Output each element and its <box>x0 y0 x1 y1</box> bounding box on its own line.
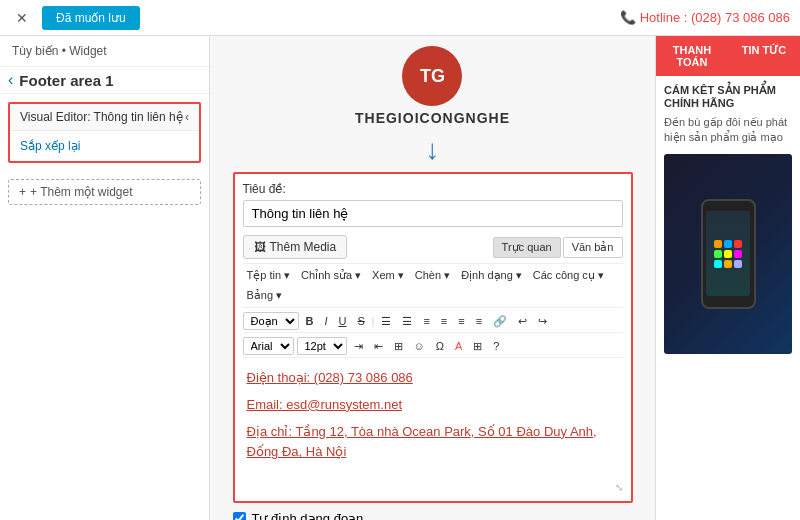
toolbar-font: Arial 12pt ⇥ ⇤ ⊞ ☺ Ω A ⊞ ? <box>243 335 623 358</box>
app-dot <box>734 250 742 258</box>
right-content: CÁM KÊT SẢN PHẨM CHÍNH HÃNG Đền bù gấp đ… <box>656 76 800 362</box>
sidebar-title: Footer area 1 <box>19 72 113 89</box>
bold-button[interactable]: B <box>302 313 318 329</box>
chevron-icon: ‹ <box>185 110 189 124</box>
hotline-area: 📞 Hotline : (028) 73 086 086 <box>620 10 790 25</box>
list-ordered-button[interactable]: ☰ <box>398 313 416 330</box>
align-right-button[interactable]: ≡ <box>454 313 468 329</box>
italic-button[interactable]: I <box>320 313 331 329</box>
visual-view-button[interactable]: Trực quan <box>493 237 561 258</box>
align-left-button[interactable]: ≡ <box>419 313 433 329</box>
below-editor: Tự định dạng đoạn Xóa bỏ | Hoàn thành <box>233 511 633 520</box>
right-panel: THANH TOÁN TIN TỨC CÁM KÊT SẢN PHẨM CHÍN… <box>655 36 800 520</box>
center-panel: TG THEGIOICONGNGHE ↓ Tiêu đề: 🖼 Thêm Med… <box>210 36 655 520</box>
app-dot <box>724 240 732 248</box>
autodraft-label: Tự định dạng đoạn <box>252 511 364 520</box>
redo-button[interactable]: ↪ <box>534 313 551 330</box>
title-input[interactable] <box>243 200 623 227</box>
emoji-button[interactable]: ☺ <box>410 338 429 354</box>
logo-circle: TG <box>402 46 462 106</box>
breadcrumb: Tùy biến • Widget <box>0 36 209 67</box>
widget-label: Visual Editor: Thông tin liên hệ <box>20 110 183 124</box>
list-unordered-button[interactable]: ☰ <box>377 313 395 330</box>
insert-menu[interactable]: Chèn ▾ <box>411 267 454 284</box>
right-nav: THANH TOÁN TIN TỨC <box>656 36 800 76</box>
media-icon: 🖼 <box>254 240 266 254</box>
phone-shape <box>701 199 756 309</box>
editor-content[interactable]: Điện thoại: (028) 73 086 086 Email: esd@… <box>243 360 623 480</box>
add-widget-button[interactable]: + + Thêm một widget <box>8 179 201 205</box>
strikethrough-button[interactable]: S <box>353 313 368 329</box>
add-media-label: Thêm Media <box>270 240 337 254</box>
sidebar: Tùy biến • Widget ‹ Footer area 1 Visual… <box>0 36 210 520</box>
app-dot <box>734 260 742 268</box>
title-label: Tiêu đề: <box>243 182 623 196</box>
reorder-link[interactable]: Sắp xếp lại <box>20 139 80 153</box>
save-button[interactable]: Đã muốn lưu <box>42 6 140 30</box>
phone-icon: 📞 <box>620 10 636 25</box>
product-desc: Đền bù gấp đôi nếu phát hiện sản phẩm gi… <box>664 115 792 146</box>
paragraph-select[interactable]: Đoạn <box>243 312 299 330</box>
toolbar-menus: Tệp tin ▾ Chỉnh sửa ▾ Xem ▾ Chèn ▾ Định … <box>243 263 623 308</box>
app-dot <box>724 260 732 268</box>
view-menu[interactable]: Xem ▾ <box>368 267 408 284</box>
close-button[interactable]: ✕ <box>10 8 34 28</box>
app-dot <box>724 250 732 258</box>
back-button[interactable]: ‹ <box>8 71 19 89</box>
help-button[interactable]: ? <box>489 338 503 354</box>
undo-button[interactable]: ↩ <box>514 313 531 330</box>
align-center-button[interactable]: ≡ <box>437 313 451 329</box>
widget-actions: Sắp xếp lại <box>10 131 199 161</box>
nav-news[interactable]: TIN TỨC <box>728 36 800 76</box>
main-content: Tùy biến • Widget ‹ Footer area 1 Visual… <box>0 36 800 520</box>
editor-container: Tiêu đề: 🖼 Thêm Media Trực quan Văn bản … <box>233 172 633 503</box>
resize-handle[interactable]: ⤡ <box>243 480 623 493</box>
more-button[interactable]: ⊞ <box>469 338 486 355</box>
underline-button[interactable]: U <box>335 313 351 329</box>
toolbar-row1: 🖼 Thêm Media Trực quan Văn bản <box>243 235 623 259</box>
link-button[interactable]: 🔗 <box>489 313 511 330</box>
plus-icon: + <box>19 185 26 199</box>
file-menu[interactable]: Tệp tin ▾ <box>243 267 295 284</box>
phone-background <box>664 154 792 354</box>
widget-box: Visual Editor: Thông tin liên hệ ‹ Sắp x… <box>8 102 201 163</box>
text-view-button[interactable]: Văn bản <box>563 237 623 258</box>
app-dot <box>714 240 722 248</box>
top-bar-left: ✕ Đã muốn lưu <box>10 6 140 30</box>
toolbar-format: Đoạn B I U S | ☰ ☰ ≡ ≡ ≡ ≡ 🔗 ↩ ↪ <box>243 310 623 333</box>
phone-screen <box>706 211 750 296</box>
logo-area: TG THEGIOICONGNGHE <box>355 46 510 126</box>
outdent-button[interactable]: ⇤ <box>370 338 387 355</box>
format-menu[interactable]: Định dạng ▾ <box>457 267 526 284</box>
widget-header[interactable]: Visual Editor: Thông tin liên hệ ‹ <box>10 104 199 131</box>
tools-menu[interactable]: Các công cụ ▾ <box>529 267 608 284</box>
table-menu[interactable]: Bảng ▾ <box>243 287 287 304</box>
add-widget-label: + Thêm một widget <box>30 185 132 199</box>
app-dot <box>734 240 742 248</box>
edit-menu[interactable]: Chỉnh sửa ▾ <box>297 267 365 284</box>
color-button[interactable]: A <box>451 338 466 354</box>
size-select[interactable]: 12pt <box>297 337 347 355</box>
separator: | <box>372 316 375 327</box>
address-link[interactable]: Địa chỉ: Tầng 12, Tòa nhà Ocean Park, Số… <box>247 424 597 460</box>
logo-text: THEGIOICONGNGHE <box>355 110 510 126</box>
autodraft-row: Tự định dạng đoạn <box>233 511 633 520</box>
app-dot <box>714 250 722 258</box>
indent-button[interactable]: ⇥ <box>350 338 367 355</box>
align-justify-button[interactable]: ≡ <box>472 313 486 329</box>
view-buttons: Trực quan Văn bản <box>493 237 623 258</box>
special-char-button[interactable]: Ω <box>432 338 448 354</box>
product-title: CÁM KÊT SẢN PHẨM CHÍNH HÃNG <box>664 84 792 109</box>
table-insert-button[interactable]: ⊞ <box>390 338 407 355</box>
top-bar: ✕ Đã muốn lưu 📞 Hotline : (028) 73 086 0… <box>0 0 800 36</box>
app-dot <box>714 260 722 268</box>
hotline-text: Hotline : (028) 73 086 086 <box>640 10 790 25</box>
nav-payment[interactable]: THANH TOÁN <box>656 36 728 76</box>
add-media-button[interactable]: 🖼 Thêm Media <box>243 235 348 259</box>
down-arrow-icon: ↓ <box>426 134 440 166</box>
email-link[interactable]: Email: esd@runsystem.net <box>247 397 403 412</box>
product-image <box>664 154 792 354</box>
font-select[interactable]: Arial <box>243 337 294 355</box>
phone-link[interactable]: Điện thoại: (028) 73 086 086 <box>247 370 413 385</box>
autodraft-checkbox[interactable] <box>233 512 246 520</box>
